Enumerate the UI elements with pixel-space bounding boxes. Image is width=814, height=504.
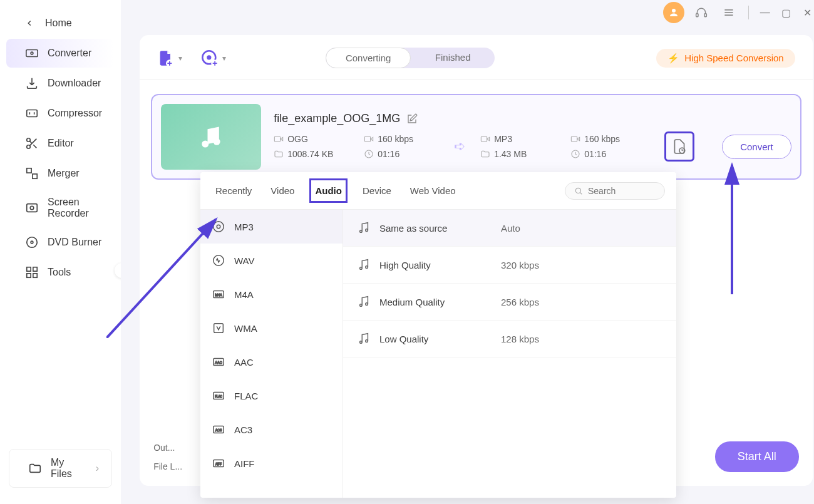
ac3-icon: AC3 — [212, 423, 225, 436]
format-label: WAV — [234, 255, 255, 266]
sidebar-item-merger[interactable]: Merger — [6, 159, 115, 188]
toolbar: ▾ ▾ Converting Finished ⚡ High Speed Con… — [140, 48, 813, 80]
menu-icon[interactable] — [718, 2, 739, 23]
svg-point-56 — [366, 340, 368, 342]
sidebar-item-editor[interactable]: Editor — [6, 129, 115, 158]
quality-item-same[interactable]: Same as sourceAuto — [343, 210, 676, 247]
svg-rect-16 — [696, 14, 698, 17]
svg-point-25 — [202, 140, 209, 147]
music-icon — [357, 295, 371, 309]
svg-rect-31 — [571, 136, 577, 141]
add-disc-button[interactable]: ▾ — [201, 49, 226, 67]
arrow-right-icon: ➪ — [454, 138, 465, 155]
file-thumbnail — [161, 104, 261, 170]
sidebar-item-label: Downloader — [48, 78, 101, 89]
video-icon — [480, 134, 490, 144]
start-all-button[interactable]: Start All — [715, 441, 799, 472]
sidebar-item-label: DVD Burner — [48, 237, 101, 248]
svg-point-10 — [31, 241, 33, 244]
edit-name-icon[interactable] — [406, 113, 418, 125]
folder-icon — [274, 149, 284, 159]
popover-tabs: Recently Video Audio Device Web Video — [200, 172, 676, 210]
window-close[interactable]: ✕ — [800, 7, 814, 19]
quality-rate: 128 kbps — [501, 334, 539, 344]
sidebar-item-tools[interactable]: Tools — [6, 258, 115, 287]
sidebar-item-label: Converter — [48, 48, 91, 59]
src-bitrate: 160 kbps — [378, 134, 413, 144]
quality-item-medium[interactable]: Medium Quality256 kbps — [343, 284, 676, 321]
quality-list[interactable]: Same as sourceAuto High Quality320 kbps … — [343, 210, 676, 498]
sidebar-item-label: Merger — [48, 168, 80, 179]
sidebar-item-compressor[interactable]: Compressor — [6, 99, 115, 128]
quality-name: Same as source — [379, 223, 492, 234]
svg-rect-6 — [33, 174, 37, 178]
convert-button[interactable]: Convert — [722, 135, 791, 159]
svg-point-3 — [27, 138, 31, 142]
music-icon — [357, 258, 371, 272]
sidebar-item-label: Tools — [48, 267, 71, 278]
svg-text:AIFF: AIFF — [215, 463, 222, 466]
quality-name: Medium Quality — [379, 297, 492, 307]
add-file-button[interactable]: ▾ — [157, 49, 182, 67]
format-item-ac3[interactable]: AC3AC3 — [200, 413, 343, 446]
tab-converting[interactable]: Converting — [326, 48, 411, 68]
headset-icon[interactable] — [691, 2, 712, 23]
popover-tab-recently[interactable]: Recently — [212, 180, 255, 201]
dst-size: 1.43 MB — [494, 149, 527, 159]
sidebar-item-downloader[interactable]: Downloader — [6, 69, 115, 98]
window-minimize[interactable]: — — [758, 7, 773, 18]
file-card: file_example_OOG_1MG OGG 1008.74 KB 160 … — [151, 94, 801, 180]
quality-item-low[interactable]: Low Quality128 kbps — [343, 321, 676, 357]
high-speed-button[interactable]: ⚡ High Speed Conversion — [656, 49, 795, 68]
svg-point-8 — [30, 206, 34, 210]
popover-tab-webvideo[interactable]: Web Video — [406, 180, 460, 201]
svg-rect-5 — [27, 168, 31, 173]
sidebar-item-label: Screen Recorder — [48, 197, 102, 219]
popover-tab-audio[interactable]: Audio — [309, 178, 348, 203]
sidebar-home[interactable]: Home — [6, 9, 115, 38]
annotation-arrow — [724, 160, 743, 297]
compressor-icon — [25, 106, 39, 120]
svg-point-15 — [672, 9, 676, 13]
chevron-down-icon: ▾ — [178, 54, 182, 63]
quality-item-high[interactable]: High Quality320 kbps — [343, 247, 676, 284]
output-settings-button[interactable] — [664, 131, 694, 162]
output-label: Out... — [153, 443, 182, 453]
svg-rect-14 — [33, 274, 37, 277]
chevron-left-icon — [23, 16, 36, 30]
popover-tab-device[interactable]: Device — [359, 180, 395, 201]
sidebar-item-dvd-burner[interactable]: DVD Burner — [6, 228, 115, 257]
add-disc-icon — [201, 49, 219, 67]
window-maximize[interactable]: ▢ — [779, 7, 794, 19]
converter-icon — [25, 46, 39, 60]
svg-rect-12 — [33, 267, 37, 271]
popover-tab-video[interactable]: Video — [267, 180, 298, 201]
svg-rect-27 — [274, 136, 280, 141]
format-item-aac[interactable]: AACAAC — [200, 345, 343, 379]
tab-finished[interactable]: Finished — [411, 48, 495, 68]
sidebar-home-label: Home — [45, 18, 72, 29]
sidebar-item-screen-recorder[interactable]: Screen Recorder — [6, 189, 115, 227]
download-icon — [25, 76, 39, 90]
sidebar-item-label: Editor — [48, 138, 74, 149]
svg-point-23 — [208, 56, 211, 59]
sidebar-item-converter[interactable]: Converter — [6, 39, 115, 68]
recorder-icon — [25, 201, 39, 215]
search-input[interactable] — [588, 186, 656, 196]
my-files-label: My Files — [51, 457, 87, 480]
format-item-flac[interactable]: FLACFLAC — [200, 379, 343, 413]
scissors-icon — [25, 136, 39, 150]
format-popover: Recently Video Audio Device Web Video MP… — [200, 172, 676, 498]
search-icon — [574, 187, 583, 195]
svg-point-49 — [360, 230, 363, 233]
music-icon — [357, 221, 371, 235]
folder-icon — [480, 149, 490, 159]
format-item-aiff[interactable]: AIFFAIFF — [200, 446, 343, 480]
quality-rate: Auto — [501, 223, 520, 234]
svg-text:FLAC: FLAC — [215, 395, 222, 398]
search-box[interactable] — [565, 182, 665, 200]
quality-name: High Quality — [379, 260, 492, 270]
svg-rect-11 — [27, 267, 31, 271]
avatar-icon[interactable] — [663, 2, 684, 23]
sidebar-my-files[interactable]: My Files › — [9, 450, 111, 487]
